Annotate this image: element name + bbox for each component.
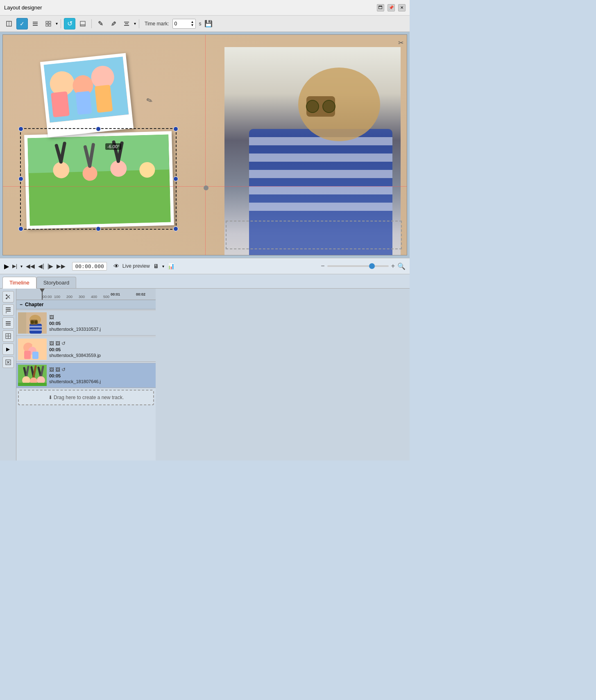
time-mark-input[interactable] [174, 21, 191, 27]
track-2-thumbnail [18, 339, 47, 360]
svg-rect-10 [80, 25, 85, 26]
tool-monitor[interactable] [77, 18, 88, 29]
tool-select[interactable] [3, 18, 15, 29]
preview-area: -6.00° ✎ ✂ [0, 32, 410, 258]
track-item-3[interactable]: 🖼 🖼 ↺ 00:05 shutterstock_181807646.j [16, 363, 156, 388]
svg-rect-50 [6, 311, 11, 312]
track-2-image-icon2: 🖼 [55, 341, 60, 346]
track-3-filename: shutterstock_181807646.j [49, 379, 101, 384]
time-mark-field[interactable]: ▲ ▼ [172, 19, 196, 29]
tl-tool-add-track[interactable] [2, 304, 14, 316]
tracks-area[interactable]: 00:00 100 200 300 400 500 00:01 00:02 − … [16, 289, 156, 461]
step-play-dropdown[interactable]: ▾ [20, 264, 23, 269]
svg-rect-4 [33, 25, 38, 26]
svg-rect-63 [29, 324, 42, 334]
photo-right [224, 47, 401, 255]
svg-point-68 [34, 321, 38, 324]
zoom-out-button[interactable]: − [321, 262, 324, 270]
zoom-in-button[interactable]: + [391, 262, 395, 270]
align-dropdown[interactable]: ▾ [134, 21, 136, 26]
svg-rect-64 [29, 326, 42, 327]
zoom-slider[interactable] [327, 265, 389, 267]
ruler-mark-1: 00:01 [111, 292, 120, 296]
timeline-content: ▶ 00:00 100 200 300 400 500 00:01 00:02 [0, 289, 410, 461]
pin-button[interactable]: 📌 [388, 4, 395, 11]
ruler-mark-2: 00:02 [136, 292, 145, 296]
svg-rect-69 [18, 312, 26, 334]
chapter-minus[interactable]: − [20, 302, 23, 307]
tab-timeline[interactable]: Timeline [2, 277, 36, 289]
grid-dropdown[interactable]: ▾ [56, 21, 58, 26]
svg-rect-86 [18, 383, 47, 386]
tl-tool-grid[interactable] [2, 330, 14, 342]
tool-pen-right[interactable]: ✎ [108, 18, 119, 29]
ruler-tick-500: 500 [103, 295, 109, 299]
crosshair-handle[interactable] [204, 185, 208, 190]
live-preview-label: Live preview [122, 263, 150, 269]
svg-rect-2 [33, 22, 38, 23]
drag-zone[interactable]: ⬇ Drag here to create a new track. [18, 390, 154, 405]
chapter-label: − Chapter [16, 300, 156, 309]
next-frame-button[interactable]: |▶ [48, 263, 54, 269]
tool-grid[interactable] [43, 18, 54, 29]
prev-frame-button[interactable]: ◀| [38, 263, 44, 269]
svg-rect-19 [249, 186, 392, 194]
preview-dropdown[interactable]: ▾ [162, 264, 164, 269]
zoom-bar: − + 🔍 [321, 262, 406, 270]
tool-rows[interactable] [29, 18, 41, 29]
photo-polaroid-1[interactable] [40, 53, 134, 138]
timeline-section: Timeline Storyboard ▶ [0, 274, 410, 461]
rotation-label: -6.00° [105, 143, 121, 150]
track-3-image-icon2: 🖼 [55, 367, 60, 373]
track-1-duration: 00:05 [49, 321, 101, 326]
photo-polaroid-2[interactable] [24, 131, 174, 229]
preview-canvas[interactable]: -6.00° ✎ ✂ [2, 34, 407, 255]
track-item-2[interactable]: 🖼 🖼 ↺ 00:05 shutterstock_93843559.jp [16, 336, 156, 362]
svg-rect-31 [95, 85, 113, 113]
tl-tool-play[interactable]: ▶ [2, 343, 14, 355]
playhead-triangle [40, 289, 45, 293]
tl-tool-scissors[interactable] [2, 291, 14, 303]
tool-loop[interactable]: ↺ [64, 18, 75, 29]
svg-rect-53 [6, 323, 11, 324]
step-play-button[interactable]: ▶| [12, 263, 17, 269]
time-mark-spinner[interactable]: ▲ ▼ [191, 20, 194, 27]
svg-point-67 [31, 321, 34, 324]
tool-pen-left[interactable]: ✎ [95, 18, 106, 29]
timeline-tools: ▶ [0, 289, 16, 461]
settings-icon[interactable]: ✂ [398, 39, 403, 47]
app-title: Layout designer [4, 5, 42, 11]
chart-icon[interactable]: 📊 [168, 263, 174, 269]
playhead-line [42, 289, 43, 300]
tl-tool-add-track2[interactable] [2, 317, 14, 329]
timeline-right-area [156, 289, 410, 461]
time-mark-unit: s [199, 21, 201, 27]
tool-align[interactable] [121, 18, 132, 29]
track-2-duration: 00:05 [49, 347, 101, 352]
playback-bar: ▶ ▶| ▾ ◀◀ ◀| |▶ ▶▶ 00:00.000 👁 Live prev… [0, 258, 410, 274]
minimize-button[interactable]: 🗖 [377, 4, 384, 11]
magnify-button[interactable]: 🔍 [397, 262, 406, 270]
svg-rect-65 [29, 329, 42, 331]
track-1-filename: shutterstock_193310537.j [49, 327, 101, 332]
svg-rect-6 [49, 21, 51, 23]
save-button[interactable]: 💾 [203, 18, 214, 29]
rewind-button[interactable]: ◀◀ [26, 263, 35, 269]
play-button[interactable]: ▶ [4, 262, 9, 270]
track-2-filename: shutterstock_93843559.jp [49, 353, 101, 358]
track-item-1[interactable]: 🖼 00:05 shutterstock_193310537.j [16, 310, 156, 336]
track-1-image-icon: 🖼 [49, 314, 54, 320]
svg-rect-5 [46, 21, 48, 23]
close-button[interactable]: ✕ [398, 4, 406, 11]
tl-tool-delete[interactable] [2, 357, 14, 368]
title-bar: Layout designer 🗖 📌 ✕ [0, 0, 410, 16]
tool-check[interactable]: ✓ [16, 18, 28, 29]
live-preview-icon[interactable]: 👁 [113, 263, 119, 269]
track-3-info: 🖼 🖼 ↺ 00:05 shutterstock_181807646.j [49, 367, 101, 384]
fast-forward-button[interactable]: ▶▶ [57, 263, 66, 269]
tab-storyboard[interactable]: Storyboard [36, 277, 77, 288]
svg-rect-18 [249, 170, 392, 178]
timeline-ruler: 00:00 100 200 300 400 500 00:01 00:02 [16, 289, 156, 300]
preview-monitor-icon[interactable]: 🖥 [153, 263, 159, 269]
svg-rect-52 [6, 321, 11, 322]
